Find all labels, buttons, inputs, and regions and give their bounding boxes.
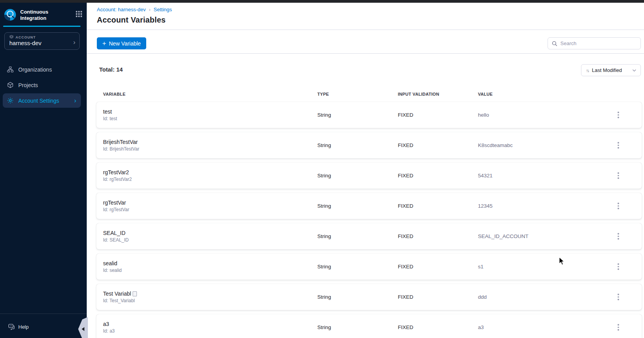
new-variable-button[interactable]: + New Variable (97, 37, 146, 49)
account-selector[interactable]: ACCOUNT harness-dev › (4, 32, 80, 50)
harness-ci-logo-icon[interactable] (4, 9, 16, 21)
variable-name-cell: a3 Id: a3 (103, 321, 317, 334)
table-row[interactable]: test Id: test String FIXED hello (96, 102, 642, 128)
row-options-menu-icon[interactable] (615, 109, 621, 121)
variable-type: String (317, 324, 398, 330)
page-title: Account Variables (97, 16, 166, 25)
variable-validation: FIXED (398, 203, 478, 209)
breadcrumb-settings-link[interactable]: Settings (154, 7, 172, 12)
table-row[interactable]: Test Variabl Id: Test_Variabl String FIX… (96, 284, 642, 310)
variable-validation: FIXED (398, 264, 478, 270)
sidebar-nav: Organizations Projects Account Settings … (0, 61, 87, 109)
variable-value: 12345 (478, 203, 595, 209)
module-accent-underline (3, 26, 80, 27)
sidebar-item-label: Organizations (18, 67, 52, 73)
variable-id: Id: Test_Variabl (103, 298, 317, 303)
sidebar-item-projects[interactable]: Projects (0, 78, 87, 92)
row-options-menu-icon[interactable] (615, 261, 621, 272)
account-name: harness-dev (9, 40, 42, 46)
column-header-input-validation: INPUT VALIDATION (398, 92, 478, 96)
variable-name-cell: rgTestVar Id: rgTestVar (103, 200, 317, 212)
row-options-menu-icon[interactable] (615, 200, 621, 212)
org-chart-icon (7, 66, 14, 73)
variable-validation: FIXED (398, 142, 478, 148)
variable-id: Id: BrijeshTestVar (103, 146, 317, 152)
variable-name: sealid (103, 260, 317, 266)
variable-validation: FIXED (398, 173, 478, 179)
variable-id: Id: rgTestVar (103, 207, 317, 212)
sidebar-item-label: Account Settings (18, 98, 59, 104)
table-row[interactable]: SEAL_ID Id: SEAL_ID String FIXED SEAL_ID… (96, 223, 642, 249)
variable-id: Id: test (103, 116, 317, 121)
variable-name-cell: Test Variabl Id: Test_Variabl (103, 291, 317, 303)
variable-id: Id: SEAL_ID (103, 237, 317, 243)
sidebar-item-label: Projects (18, 82, 38, 88)
variable-id: Id: sealid (103, 268, 317, 273)
sidebar-collapse-handle[interactable] (78, 317, 88, 338)
account-label: ACCOUNT (16, 35, 36, 39)
variable-validation: FIXED (398, 294, 478, 300)
variable-name: a3 (103, 321, 317, 327)
table-row[interactable]: a3 Id: a3 String FIXED a3 (96, 314, 642, 338)
product-title: Continuous Integration (20, 9, 48, 21)
variable-name-cell: BrijeshTestVar Id: BrijeshTestVar (103, 139, 317, 152)
variable-type: String (317, 112, 398, 118)
header-divider (87, 30, 644, 30)
help-label: Help (18, 324, 29, 330)
table-row[interactable]: rgTestVar Id: rgTestVar String FIXED 123… (96, 193, 642, 219)
row-options-menu-icon[interactable] (615, 291, 621, 303)
table-header: VARIABLE TYPE INPUT VALIDATION VALUE (96, 92, 642, 96)
variable-name-cell: SEAL_ID Id: SEAL_ID (103, 230, 317, 243)
app-grid-icon[interactable] (76, 11, 82, 17)
row-options-menu-icon[interactable] (615, 140, 621, 151)
plus-icon: + (102, 40, 106, 47)
column-header-type: TYPE (317, 92, 398, 96)
column-header-variable: VARIABLE (103, 92, 317, 96)
sidebar-item-organizations[interactable]: Organizations (0, 62, 87, 77)
window-top-strip (0, 0, 644, 3)
variable-value: ddd (478, 294, 595, 300)
variable-value: s1 (478, 264, 595, 270)
row-options-menu-icon[interactable] (615, 231, 621, 242)
variable-value: K8scdteamabc (478, 142, 595, 148)
breadcrumb: Account: harness-dev › Settings (97, 7, 172, 12)
variable-value: hello (478, 112, 595, 118)
variable-value: a3 (478, 324, 595, 330)
chevron-right-icon: › (73, 40, 75, 45)
help-chat-icon: ? (8, 324, 15, 330)
variable-id: Id: rgTestVar2 (103, 177, 317, 182)
row-options-menu-icon[interactable] (615, 170, 621, 181)
table-row[interactable]: sealid Id: sealid String FIXED s1 (96, 254, 642, 280)
variable-type: String (317, 264, 398, 270)
variables-list: test Id: test String FIXED hello Brijesh… (96, 102, 642, 338)
variable-name: rgTestVar (103, 200, 317, 206)
sort-dropdown[interactable]: ↑↓ Last Modified (581, 64, 641, 76)
main-content: Account: harness-dev › Settings Account … (87, 3, 644, 338)
sidebar-header: Continuous Integration (0, 3, 87, 26)
search-icon (552, 41, 557, 46)
chevron-down-icon (632, 69, 637, 72)
variable-validation: FIXED (398, 324, 478, 330)
new-variable-label: New Variable (109, 40, 141, 47)
search-input[interactable] (560, 40, 637, 46)
variable-name-cell: sealid Id: sealid (103, 260, 317, 273)
variable-name-cell: test Id: test (103, 109, 317, 121)
variable-type: String (317, 142, 398, 148)
help-button[interactable]: ? Help (8, 324, 29, 330)
breadcrumb-account-link[interactable]: Account: harness-dev (97, 7, 146, 12)
table-row[interactable]: rgTestVar2 Id: rgTestVar2 String FIXED 5… (96, 163, 642, 189)
total-count: Total: 14 (99, 66, 123, 73)
cube-icon (7, 82, 14, 89)
variable-validation: FIXED (398, 112, 478, 118)
row-options-menu-icon[interactable] (615, 322, 621, 333)
sidebar-item-account-settings[interactable]: Account Settings › (3, 93, 81, 108)
toolbar-divider (87, 53, 644, 54)
variable-type: String (317, 173, 398, 179)
sort-dropdown-value: Last Modified (592, 67, 622, 73)
variable-name: test (103, 109, 317, 115)
variable-name-cell: rgTestVar2 Id: rgTestVar2 (103, 169, 317, 182)
table-row[interactable]: BrijeshTestVar Id: BrijeshTestVar String… (96, 132, 642, 158)
variable-name: Test Variabl (103, 291, 317, 297)
layers-icon (9, 35, 14, 39)
search-box (548, 37, 641, 49)
